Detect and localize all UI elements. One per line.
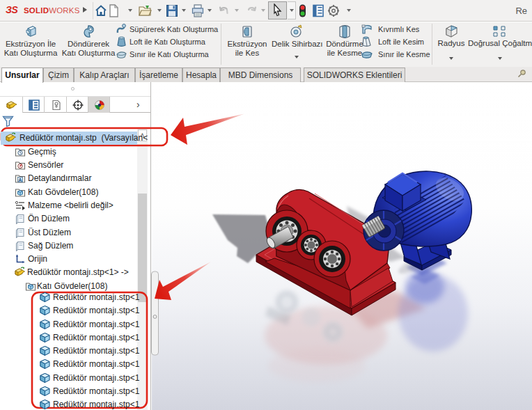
svg-text:A: A — [18, 177, 22, 183]
